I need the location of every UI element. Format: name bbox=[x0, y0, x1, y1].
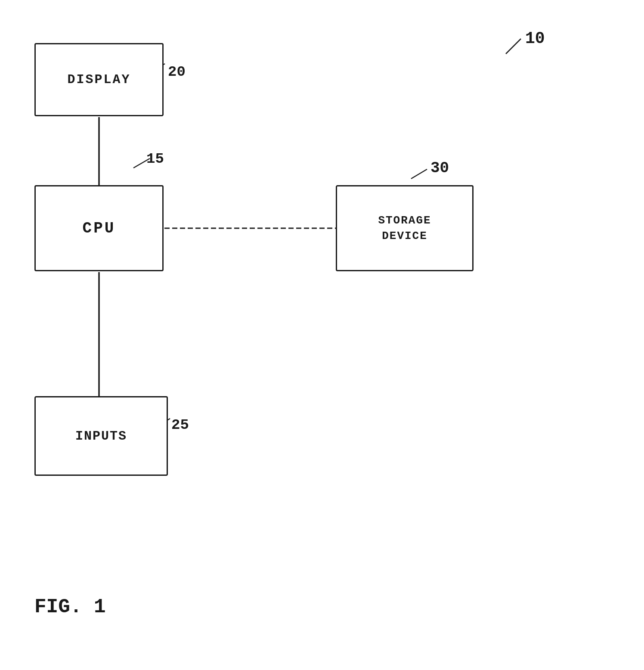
ref-label-20: 20 bbox=[168, 64, 186, 80]
svg-line-3 bbox=[506, 39, 521, 54]
cpu-block: CPU bbox=[34, 185, 164, 271]
svg-line-6 bbox=[411, 169, 427, 179]
diagram-container: DISPLAY CPU INPUTS STORAGE DEVICE 10 20 … bbox=[0, 0, 644, 670]
ref-label-25: 25 bbox=[171, 417, 189, 433]
figure-label: FIG. 1 bbox=[34, 596, 106, 618]
inputs-label: INPUTS bbox=[75, 429, 127, 444]
ref-label-30: 30 bbox=[430, 159, 449, 177]
ref-label-15: 15 bbox=[146, 151, 164, 167]
storage-block: STORAGE DEVICE bbox=[336, 185, 474, 271]
display-block: DISPLAY bbox=[34, 43, 164, 116]
display-label: DISPLAY bbox=[67, 72, 130, 87]
inputs-block: INPUTS bbox=[34, 396, 168, 476]
cpu-label: CPU bbox=[83, 220, 116, 237]
storage-label-line1: STORAGE bbox=[378, 213, 431, 228]
ref-label-10: 10 bbox=[525, 29, 545, 48]
storage-label-line2: DEVICE bbox=[382, 228, 427, 244]
